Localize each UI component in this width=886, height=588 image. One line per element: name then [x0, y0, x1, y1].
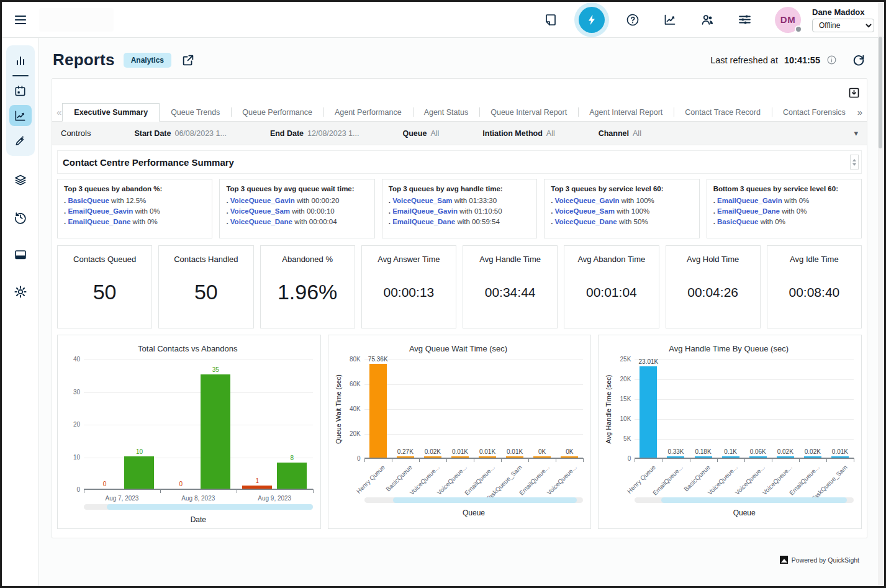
plot: 01003518: [84, 360, 313, 490]
bar[interactable]: [695, 456, 712, 458]
filter-channel[interactable]: Channel All: [599, 129, 641, 138]
bar-value-label: 0.27K: [397, 448, 414, 455]
bar-slot: 0.01K: [446, 448, 474, 458]
tab-queue-performance[interactable]: Queue Performance: [231, 103, 323, 121]
bar[interactable]: [722, 456, 739, 458]
bar[interactable]: [831, 456, 849, 458]
bar[interactable]: [201, 374, 230, 489]
sidebar-item-history[interactable]: [9, 207, 32, 228]
bar[interactable]: [804, 456, 821, 458]
app-window: DM Dane Maddox Offline: [0, 0, 886, 588]
bar[interactable]: [561, 456, 578, 458]
chart-scrollbar-thumb[interactable]: [393, 497, 577, 503]
tabs-scroll-right-icon[interactable]: »: [857, 103, 863, 121]
bar-slot: 0.02K: [772, 448, 799, 458]
queue-link[interactable]: EmailQueue_Gavin: [717, 197, 782, 204]
hamburger-menu-icon[interactable]: [2, 12, 39, 27]
queue-link[interactable]: VoiceQueue_Gavin: [230, 197, 295, 204]
sidebar-item-reports[interactable]: [9, 105, 32, 126]
chart-scrollbar[interactable]: [635, 497, 854, 503]
bar[interactable]: [124, 456, 154, 489]
task-note-icon[interactable]: [538, 7, 564, 33]
queue-link[interactable]: EmailQueue_Gavin: [68, 207, 133, 215]
bar[interactable]: [397, 456, 414, 458]
bar[interactable]: [749, 456, 767, 458]
sidebar-item-flows[interactable]: [9, 130, 32, 151]
tab-executive-summary[interactable]: Executive Summary: [62, 103, 160, 122]
queue-link[interactable]: EmailQueue_Dane: [717, 207, 780, 215]
bar[interactable]: [479, 456, 496, 458]
tab-agent-performance[interactable]: Agent Performance: [323, 103, 413, 121]
sidebar-item-settings[interactable]: [9, 281, 32, 302]
tabs-scroll-left-icon[interactable]: «: [56, 103, 62, 121]
help-icon[interactable]: [620, 7, 646, 33]
queue-link[interactable]: EmailQueue_Gavin: [392, 207, 458, 215]
queue-link[interactable]: EmailQueue_Dane: [392, 218, 455, 225]
queue-link[interactable]: VoiceQueue_Sam: [392, 197, 452, 204]
bar[interactable]: [277, 463, 307, 489]
info-icon[interactable]: [826, 55, 837, 65]
queue-link[interactable]: BasicQueue: [68, 197, 109, 204]
tab-agent-interval-report[interactable]: Agent Interval Report: [578, 103, 674, 121]
plot: 75.36K0.27K0.02K0.01K0.01K0.01K0K0K: [364, 360, 584, 459]
bar[interactable]: [667, 456, 684, 458]
realtime-bolt-icon[interactable]: [579, 7, 605, 33]
sidebar: [2, 38, 39, 586]
queue-link[interactable]: VoiceQueue_Sam: [555, 207, 615, 215]
page-scrollbar-thumb[interactable]: [879, 37, 882, 148]
queue-link[interactable]: VoiceQueue_Gavin: [555, 197, 620, 204]
queue-link[interactable]: VoiceQueue_Dane: [555, 218, 617, 225]
insights-row: Top 3 queues by abandon %: BasicQueue wi…: [57, 179, 862, 238]
bar[interactable]: [369, 364, 387, 458]
bar-slot: 0.1K: [717, 448, 744, 458]
x-axis-labels: Henry QueueEmailQueue...BasicQueueVoiceQ…: [635, 459, 854, 495]
chart-scrollbar-thumb[interactable]: [107, 504, 313, 510]
page-scrollbar[interactable]: [878, 3, 883, 585]
filter-end-date[interactable]: End Date 12/08/2023 1...: [270, 129, 359, 138]
status-select[interactable]: Offline: [812, 19, 874, 32]
bar[interactable]: [640, 366, 657, 458]
bar-slot: 23.01K: [635, 358, 662, 458]
refresh-icon[interactable]: [852, 53, 866, 67]
controls-collapse-icon[interactable]: ▾: [854, 129, 858, 138]
bar[interactable]: [777, 456, 794, 458]
bar[interactable]: [506, 456, 523, 458]
chart-scrollbar[interactable]: [364, 497, 584, 503]
tab-queue-interval-report[interactable]: Queue Interval Report: [479, 103, 578, 121]
external-link-icon[interactable]: [181, 53, 195, 67]
sidebar-item-layers[interactable]: [9, 170, 32, 191]
plot-area: 75.36K0.27K0.02K0.01K0.01K0.01K0K0KHenry…: [364, 360, 584, 517]
sidebar-item-schedule[interactable]: [9, 80, 32, 101]
tab-queue-trends[interactable]: Queue Trends: [160, 103, 231, 121]
tab-contact-trace-record[interactable]: Contact Trace Record: [674, 103, 772, 121]
chart-body: 01020304001003518Aug 7, 2023Aug 8, 2023A…: [63, 360, 313, 524]
bars: 23.01K0.33K0.18K0.1K0.06K0.02K0.02K0.01K: [635, 360, 854, 458]
y-axis-title: Queue Wait Time (sec): [333, 360, 343, 459]
sidebar-item-window[interactable]: [9, 244, 32, 265]
queue-link[interactable]: VoiceQueue_Sam: [230, 207, 290, 215]
metrics-icon[interactable]: [657, 7, 683, 33]
users-icon[interactable]: [694, 7, 720, 33]
settings-sliders-icon[interactable]: [731, 7, 757, 33]
bar-slot: 0K: [528, 448, 556, 458]
filter-initiation-method[interactable]: Intiation Method All: [482, 129, 554, 138]
sidebar-item-dashboard[interactable]: [9, 50, 32, 71]
queue-link[interactable]: EmailQueue_Dane: [68, 218, 130, 225]
bar[interactable]: [424, 456, 441, 458]
filter-queue[interactable]: Queue All: [402, 129, 439, 138]
tab-agent-status[interactable]: Agent Status: [413, 103, 480, 121]
bar[interactable]: [533, 456, 551, 458]
queue-link[interactable]: VoiceQueue_Dane: [230, 218, 292, 225]
kpi-avg-handle-time: Avg Handle Time00:34:44: [463, 245, 558, 328]
bar[interactable]: [451, 456, 469, 458]
queue-link[interactable]: BasicQueue: [717, 218, 758, 225]
summary-scroll-spinner[interactable]: [850, 155, 859, 170]
bar-value-label: 0: [103, 481, 107, 487]
bar-value-label: 0K: [566, 448, 573, 455]
filter-start-date[interactable]: Start Date 06/08/2023 1...: [134, 129, 226, 138]
bar[interactable]: [242, 486, 272, 489]
chart-scrollbar[interactable]: [84, 504, 313, 510]
tab-contact-forensics[interactable]: Contact Forensics: [772, 103, 857, 121]
chart-scrollbar-thumb[interactable]: [661, 497, 848, 503]
download-icon[interactable]: [848, 86, 861, 99]
